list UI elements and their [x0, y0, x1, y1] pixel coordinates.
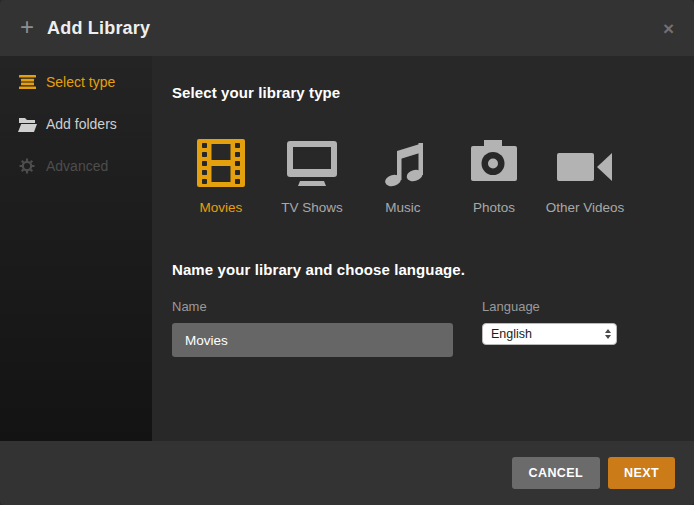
select-stepper-icon [605, 329, 611, 339]
sidebar-item-label: Add folders [46, 116, 117, 132]
language-field-label: Language [482, 299, 617, 314]
library-type-row: Movies TV Shows [181, 139, 694, 215]
sidebar-item-advanced: Advanced [0, 145, 152, 187]
library-type-label: Music [385, 200, 420, 215]
folder-icon [17, 117, 37, 132]
sidebar-item-label: Select type [46, 74, 115, 90]
library-type-label: Movies [200, 200, 243, 215]
close-icon[interactable]: × [663, 19, 674, 38]
film-icon [197, 139, 245, 187]
add-library-dialog: + Add Library × Select type [0, 0, 694, 505]
video-camera-icon [557, 139, 613, 187]
wizard-steps-sidebar: Select type Add folders [0, 56, 152, 441]
library-type-photos[interactable]: Photos [454, 139, 534, 215]
plus-icon: + [20, 15, 34, 39]
library-type-other-videos[interactable]: Other Videos [545, 139, 625, 215]
library-type-label: Photos [473, 200, 515, 215]
dialog-title: Add Library [47, 18, 150, 39]
select-type-panel: Select your library type [152, 56, 694, 441]
next-button[interactable]: NEXT [608, 457, 675, 489]
language-field-group: Language English [482, 299, 617, 357]
name-language-form: Name Language English [172, 299, 694, 357]
music-note-icon [381, 139, 425, 187]
library-type-tv-shows[interactable]: TV Shows [272, 139, 352, 215]
dialog-footer: CANCEL NEXT [0, 441, 694, 505]
sidebar-item-add-folders[interactable]: Add folders [0, 103, 152, 145]
name-field-label: Name [172, 299, 453, 314]
sidebar-item-select-type[interactable]: Select type [0, 61, 152, 103]
library-type-music[interactable]: Music [363, 139, 443, 215]
gear-icon [17, 158, 37, 174]
library-type-label: TV Shows [281, 200, 343, 215]
camera-icon [470, 139, 518, 187]
sidebar-item-label: Advanced [46, 158, 108, 174]
library-type-label: Other Videos [546, 200, 625, 215]
library-type-heading: Select your library type [172, 84, 694, 101]
library-name-heading: Name your library and choose language. [172, 261, 694, 278]
name-field-group: Name [172, 299, 453, 357]
library-type-movies[interactable]: Movies [181, 139, 261, 215]
dialog-body: Select type Add folders [0, 56, 694, 441]
cancel-button[interactable]: CANCEL [512, 457, 600, 489]
tv-icon [286, 139, 338, 187]
language-select[interactable]: English [482, 323, 617, 345]
select-type-icon [17, 75, 37, 89]
dialog-header: + Add Library × [0, 0, 694, 56]
language-select-value: English [491, 327, 532, 341]
library-name-input[interactable] [172, 323, 453, 357]
